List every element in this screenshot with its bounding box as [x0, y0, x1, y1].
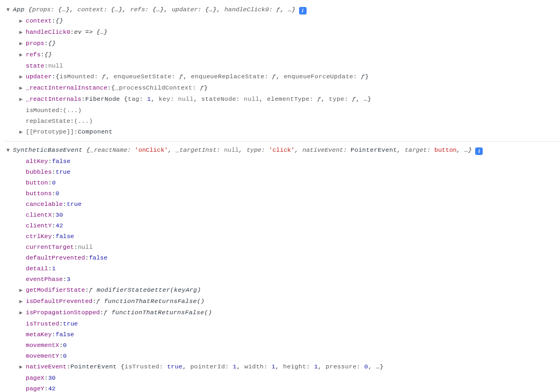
property-name: defaultPrevented: [26, 253, 85, 263]
property-name: clientX: [26, 210, 52, 220]
property-name: metaKey: [26, 329, 52, 340]
object-property-line[interactable]: ▶[[Prototype]]: Component: [4, 127, 560, 138]
expand-arrow-icon[interactable]: ▶: [19, 297, 26, 307]
property-value: false: [52, 156, 71, 167]
object-property-line: altKey: false: [4, 156, 560, 167]
property-value: PointerEvent {isTrusted: true, pointerId…: [70, 361, 383, 372]
property-value: 30: [56, 210, 63, 220]
property-value: {isMounted: ƒ, enqueueSetState: ƒ, enque…: [56, 71, 369, 82]
object-property-line[interactable]: ▶handleClick0: ev => {…}: [4, 27, 560, 38]
property-name: isPropagationStopped: [26, 307, 100, 318]
object-property-line: detail: 1: [4, 263, 560, 274]
app-object-section: ▼ App {props: {…}, context: {…}, refs: {…: [4, 4, 560, 142]
object-property-line: pageX: 30: [4, 373, 560, 383]
expand-arrow-icon[interactable]: ▶: [19, 83, 26, 94]
expand-arrow-icon[interactable]: ▶: [19, 50, 26, 61]
object-property-line: state: null: [4, 61, 560, 71]
property-name: cancelable: [26, 199, 63, 210]
property-value: 0: [56, 188, 60, 199]
property-name: ctrlKey: [26, 231, 52, 242]
property-name: handleClick0: [26, 27, 70, 38]
event-object-section: ▼ SyntheticBaseEvent {_reactName: 'onCli…: [4, 145, 560, 392]
header-content: App {props: {…}, context: {…}, refs: {…}…: [13, 4, 307, 15]
object-property-line[interactable]: ▶refs: {}: [4, 49, 560, 61]
object-property-line[interactable]: ▶isDefaultPrevented: ƒ functionThatRetur…: [4, 296, 560, 307]
object-property-line[interactable]: ▶_reactInternals: FiberNode {tag: 1, key…: [4, 94, 560, 105]
property-value: (...): [63, 105, 82, 116]
expand-arrow-icon[interactable]: ▶: [19, 16, 26, 27]
expand-arrow-icon[interactable]: ▶: [19, 285, 26, 296]
property-value: ƒ functionThatReturnsFalse(): [96, 296, 205, 307]
expand-arrow-icon[interactable]: ▶: [19, 72, 26, 83]
property-value: {}: [56, 16, 63, 26]
expand-arrow-icon[interactable]: ▶: [19, 39, 26, 49]
property-name: bubbles: [26, 167, 52, 177]
expand-arrow-icon[interactable]: ▶: [19, 362, 26, 373]
property-name: replaceState: [26, 116, 70, 127]
property-value: ƒ functionThatReturnsFalse(): [104, 307, 212, 318]
object-property-line: button: 0: [4, 177, 560, 188]
property-value: 3: [67, 274, 70, 285]
object-property-line: movementY: 0: [4, 351, 560, 361]
info-badge-icon[interactable]: i: [299, 7, 307, 14]
property-value: ƒ modifierStateGetter(keyArg): [89, 285, 201, 295]
property-value: null: [78, 242, 93, 253]
object-property-line[interactable]: ▶isPropagationStopped: ƒ functionThatRet…: [4, 307, 560, 319]
property-value: 0: [63, 351, 67, 361]
object-property-line[interactable]: ▶context: {}: [4, 16, 560, 27]
property-value: {}: [48, 38, 56, 49]
property-value: ev => {…}: [74, 27, 107, 38]
expand-arrow-icon[interactable]: ▶: [19, 127, 26, 138]
property-name: isTrusted: [26, 319, 59, 329]
property-name: detail: [26, 263, 48, 274]
property-name: isMounted: [26, 105, 59, 116]
object-property-line[interactable]: ▶getModifierState: ƒ modifierStateGetter…: [4, 285, 560, 296]
object-property-line: defaultPrevented: false: [4, 253, 560, 263]
object-property-line[interactable]: ▶_reactInternalInstance: {_processChildC…: [4, 83, 560, 94]
property-name: buttons: [26, 188, 52, 199]
object-property-line: cancelable: true: [4, 199, 560, 210]
property-value: 42: [56, 220, 63, 231]
property-value: 42: [48, 383, 56, 392]
header-content: SyntheticBaseEvent {_reactName: 'onClick…: [13, 145, 483, 156]
event-header-line[interactable]: ▼ SyntheticBaseEvent {_reactName: 'onCli…: [4, 145, 560, 156]
property-value: false: [56, 231, 75, 242]
property-name: _reactInternalInstance: [26, 83, 107, 93]
object-property-line: eventPhase: 3: [4, 274, 560, 285]
property-value: 0: [63, 340, 67, 351]
property-name: _reactInternals: [26, 94, 82, 105]
expand-arrow-icon[interactable]: ▶: [19, 27, 26, 38]
property-name: movementX: [26, 340, 59, 351]
property-value: FiberNode {tag: 1, key: null, stateNode:…: [85, 94, 372, 105]
expand-arrow-icon[interactable]: ▶: [19, 308, 26, 319]
info-badge-icon[interactable]: i: [475, 147, 483, 155]
property-name: refs: [26, 49, 41, 60]
property-name: button: [26, 177, 48, 188]
property-name: isDefaultPrevented: [26, 296, 92, 307]
property-value: Component: [78, 127, 113, 137]
object-property-line: replaceState: (...): [4, 116, 560, 127]
object-property-line[interactable]: ▶props: {}: [4, 38, 560, 49]
expand-arrow-icon[interactable]: ▼: [6, 145, 13, 156]
property-name: pageX: [26, 373, 45, 383]
property-name: currentTarget: [26, 242, 74, 253]
property-name: altKey: [26, 156, 48, 167]
object-property-line[interactable]: ▶nativeEvent: PointerEvent {isTrusted: t…: [4, 361, 560, 373]
expand-arrow-icon[interactable]: ▼: [6, 5, 13, 16]
property-name: getModifierState: [26, 285, 85, 295]
property-name: state: [26, 61, 45, 71]
object-property-line: pageY: 42: [4, 383, 560, 392]
property-name: clientY: [26, 220, 52, 231]
app-header-line[interactable]: ▼ App {props: {…}, context: {…}, refs: {…: [4, 4, 560, 16]
property-name: props: [26, 38, 45, 49]
object-property-line: currentTarget: null: [4, 242, 560, 253]
object-property-line: movementX: 0: [4, 340, 560, 351]
object-property-line: isTrusted: true: [4, 319, 560, 329]
property-value: false: [56, 329, 75, 340]
property-value: {}: [45, 49, 52, 60]
object-property-line[interactable]: ▶updater: {isMounted: ƒ, enqueueSetState…: [4, 71, 560, 83]
object-property-line: metaKey: false: [4, 329, 560, 340]
expand-arrow-icon[interactable]: ▶: [19, 94, 26, 105]
property-value: (...): [74, 116, 93, 127]
property-value: false: [89, 253, 108, 263]
